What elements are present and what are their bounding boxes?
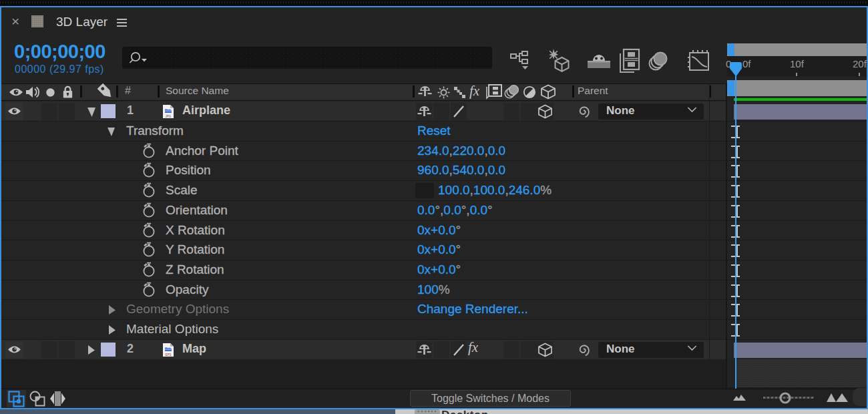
svg-text:EPS: EPS	[165, 353, 171, 357]
svg-text:JPG: JPG	[166, 115, 172, 118]
